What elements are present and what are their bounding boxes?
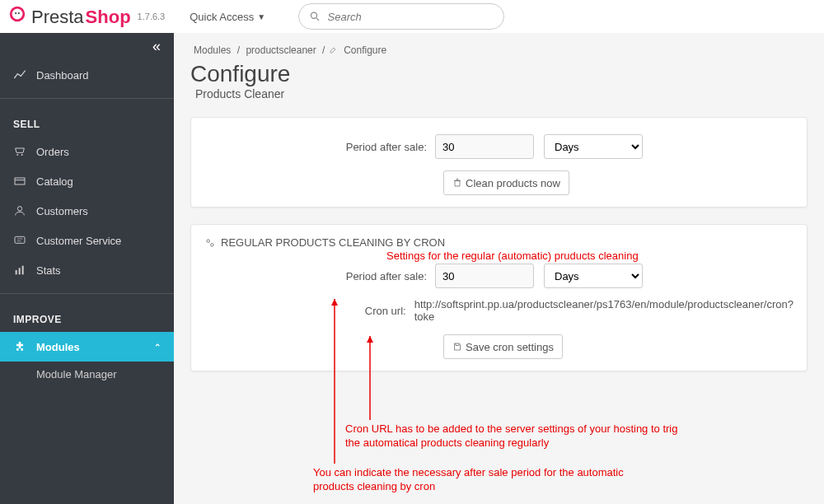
puzzle-icon	[13, 340, 26, 353]
trash-icon	[452, 178, 462, 188]
quick-access-label: Quick Access	[190, 11, 254, 23]
nav-label: Customers	[36, 205, 88, 217]
breadcrumb-a[interactable]: Modules	[194, 44, 231, 56]
svg-rect-16	[22, 266, 24, 275]
cron-url-label: Cron url:	[204, 305, 414, 317]
nav-customers[interactable]: Customers	[0, 196, 174, 226]
svg-point-17	[207, 239, 210, 242]
button-label: Clean products now	[466, 177, 560, 189]
logo: PrestaShop	[8, 5, 131, 28]
button-label: Save cron settings	[466, 341, 554, 353]
svg-rect-15	[19, 268, 21, 274]
save-cron-button[interactable]: Save cron settings	[443, 334, 563, 359]
svg-rect-8	[15, 178, 25, 184]
nav-label: Modules	[36, 341, 80, 353]
section-sell: SELL	[0, 107, 174, 137]
cron-url-value: http://softsprint.pp.ua/productscleaner/…	[414, 298, 794, 323]
panel-cron-clean: REGULAR PRODUCTS CLEANING BY CRON Period…	[190, 224, 808, 371]
svg-rect-14	[16, 270, 17, 274]
nav-module-manager[interactable]: Module Manager	[0, 362, 174, 387]
search-input[interactable]	[328, 11, 494, 23]
clean-now-button[interactable]: Clean products now	[443, 170, 569, 195]
gears-icon	[204, 237, 216, 249]
logo-text-b: Shop	[86, 7, 131, 28]
chat-icon	[13, 234, 26, 247]
svg-point-3	[18, 12, 20, 14]
svg-point-7	[21, 154, 23, 156]
panel-manual-clean: Period after sale: Days Clean products n…	[190, 117, 808, 208]
caret-down-icon: ▼	[257, 12, 265, 21]
nav-modules[interactable]: Modules ⌃	[0, 332, 174, 362]
quick-access-dropdown[interactable]: Quick Access ▼	[190, 11, 265, 23]
breadcrumb-b[interactable]: productscleaner	[246, 44, 316, 56]
dashboard-icon	[13, 68, 26, 82]
sidebar: « Dashboard SELL Orders Catalog Customer…	[0, 33, 174, 504]
cart-icon	[13, 145, 26, 158]
svg-point-18	[211, 243, 214, 246]
nav-customer-service[interactable]: Customer Service	[0, 226, 174, 255]
page-title: Configure	[190, 61, 808, 87]
panel-heading: REGULAR PRODUCTS CLEANING BY CRON	[221, 236, 445, 249]
svg-point-4	[311, 12, 317, 18]
search-icon	[309, 10, 321, 23]
nav-label: Stats	[36, 264, 61, 277]
annotation-2: Cron URL has to be added to the server s…	[345, 422, 683, 450]
section-improve: IMPROVE	[0, 302, 174, 332]
chevron-up-icon: ⌃	[154, 343, 161, 352]
catalog-icon	[13, 175, 26, 188]
period-unit-select[interactable]: Days	[544, 134, 643, 159]
nav-label: Dashboard	[36, 69, 89, 82]
nav-catalog[interactable]: Catalog	[0, 166, 174, 196]
page-subtitle: Products Cleaner	[195, 87, 808, 100]
svg-point-1	[12, 9, 23, 20]
person-icon	[13, 204, 26, 217]
cron-period-label: Period after sale:	[204, 270, 435, 282]
stats-icon	[13, 264, 26, 277]
svg-point-2	[15, 12, 16, 14]
main-content: Modules / productscleaner / Configure Co…	[174, 33, 824, 504]
breadcrumb-c: Configure	[344, 44, 386, 56]
version-label: 1.7.6.3	[138, 12, 166, 21]
nav-label: Catalog	[36, 175, 73, 188]
cron-period-input[interactable]	[435, 264, 534, 288]
nav-label: Customer Service	[36, 235, 121, 247]
nav-stats[interactable]: Stats	[0, 255, 174, 285]
breadcrumb: Modules / productscleaner / Configure	[190, 33, 808, 61]
logo-text-a: Presta	[31, 7, 84, 28]
svg-point-10	[17, 207, 21, 211]
cron-unit-select[interactable]: Days	[544, 264, 643, 288]
annotation-3: You can indicate the necessary after sal…	[313, 466, 626, 494]
svg-point-6	[16, 154, 18, 156]
period-input[interactable]	[435, 134, 534, 159]
search-box[interactable]	[298, 3, 504, 30]
collapse-button[interactable]: «	[0, 33, 174, 60]
wrench-icon	[328, 45, 338, 55]
nav-orders[interactable]: Orders	[0, 137, 174, 166]
svg-rect-11	[15, 236, 25, 243]
save-icon	[452, 342, 462, 352]
logo-icon	[8, 5, 26, 23]
nav-label: Orders	[36, 146, 69, 158]
svg-line-5	[316, 18, 319, 21]
nav-dashboard[interactable]: Dashboard	[0, 60, 174, 90]
topbar: PrestaShop 1.7.6.3 Quick Access ▼	[0, 0, 824, 33]
period-label: Period after sale:	[204, 141, 435, 153]
